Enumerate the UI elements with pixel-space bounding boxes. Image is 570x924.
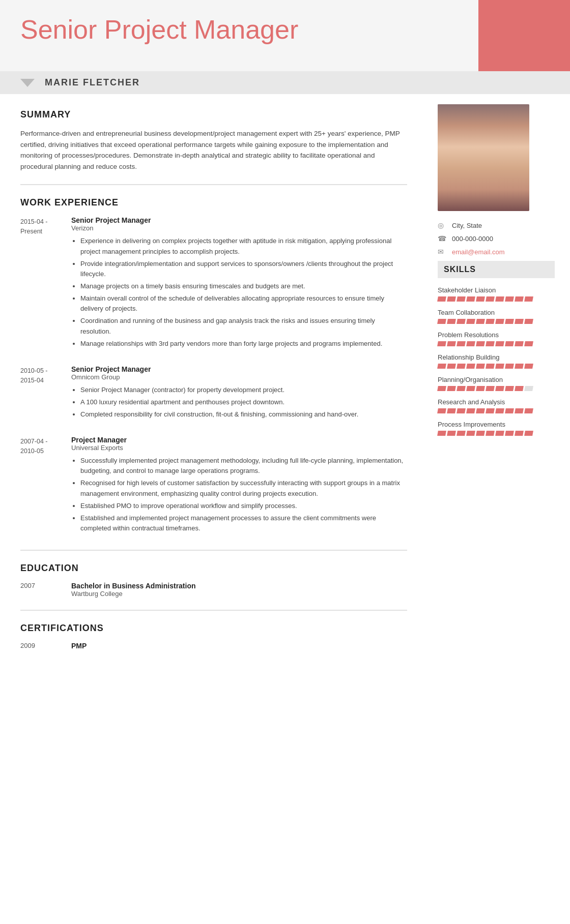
summary-text: Performance-driven and entrepreneurial b… [20, 128, 407, 172]
skill-block [486, 296, 495, 302]
skill-block [524, 431, 533, 436]
skill-block [437, 364, 446, 369]
education-title: EDUCATION [20, 563, 407, 574]
skill-block [515, 296, 524, 302]
work-item-3: 2007-04 - 2010-05 Project Manager Univer… [20, 436, 407, 535]
work-item-1: 2015-04 - Present Senior Project Manager… [20, 216, 407, 350]
skill-block [505, 296, 514, 302]
skill-block [447, 341, 456, 346]
bullet: Successfully implemented project managem… [80, 456, 407, 476]
work-bullets-2: Senior Project Manager (contractor) for … [71, 385, 407, 420]
skill-block [515, 386, 524, 391]
skill-block [495, 386, 504, 391]
skill-block [447, 319, 456, 324]
skill-block [447, 364, 456, 369]
skill-block [486, 319, 495, 324]
skill-block [495, 364, 504, 369]
skill-block [466, 296, 475, 302]
edu-degree-1: Bachelor in Business Administration [71, 582, 196, 590]
skill-block [437, 341, 446, 346]
skill-block [515, 341, 524, 346]
work-company-2: Omnicom Group [71, 373, 407, 381]
email-link[interactable]: email@email.com [452, 248, 505, 256]
skill-bar [438, 386, 555, 391]
skill-block [515, 431, 524, 436]
contact-email: ✉ email@email.com [438, 248, 555, 256]
skill-block [447, 431, 456, 436]
divider-1 [20, 184, 407, 185]
skill-block [457, 431, 466, 436]
skill-bar [438, 364, 555, 369]
certifications-section: CERTIFICATIONS 2009 PMP [20, 623, 407, 650]
divider-3 [20, 610, 407, 611]
skill-block [495, 319, 504, 324]
skill-block [466, 341, 475, 346]
work-experience-title: WORK EXPERIENCE [20, 197, 407, 208]
skill-block [466, 364, 475, 369]
header: Senior Project Manager [0, 0, 570, 71]
skill-block [457, 386, 466, 391]
email-icon: ✉ [438, 248, 448, 256]
bullet: Manage relationships with 3rd party vend… [80, 339, 407, 349]
skill-block [524, 319, 533, 324]
skill-block [515, 364, 524, 369]
skill-item-3: Relationship Building [438, 353, 555, 369]
cert-name-1: PMP [71, 642, 87, 650]
location-text: City, State [452, 222, 482, 229]
bullet: Recognised for high levels of customer s… [80, 478, 407, 498]
work-date-2: 2010-05 - 2015-04 [20, 365, 71, 422]
work-bullets-1: Experience in delivering on complex proj… [71, 236, 407, 348]
skill-block [524, 341, 533, 346]
skill-block [466, 319, 475, 324]
left-column: SUMMARY Performance-driven and entrepren… [0, 94, 428, 675]
skill-block [476, 408, 485, 413]
cert-year-1: 2009 [20, 642, 71, 650]
skill-block [476, 296, 485, 302]
skill-block [457, 341, 466, 346]
skill-block [495, 341, 504, 346]
skill-name: Problem Resolutions [438, 331, 555, 339]
work-title-3: Project Manager [71, 436, 407, 444]
skill-block [524, 408, 533, 413]
work-item-2: 2010-05 - 2015-04 Senior Project Manager… [20, 365, 407, 422]
skill-bar [438, 319, 555, 324]
skill-block [476, 364, 485, 369]
cert-item-1: 2009 PMP [20, 642, 407, 650]
skill-bar [438, 408, 555, 413]
skill-block [505, 386, 514, 391]
skill-block [476, 386, 485, 391]
skill-block [437, 408, 446, 413]
skill-item-4: Planning/Organisation [438, 376, 555, 391]
bullet: A 100 luxury residential apartment and p… [80, 397, 407, 407]
skill-block [505, 319, 514, 324]
skill-block [457, 296, 466, 302]
skill-block [476, 431, 485, 436]
education-section: EDUCATION 2007 Bachelor in Business Admi… [20, 563, 407, 598]
skill-block [437, 431, 446, 436]
bullet: Experience in delivering on complex proj… [80, 236, 407, 256]
skill-block [486, 364, 495, 369]
skill-block [486, 341, 495, 346]
skill-block [505, 408, 514, 413]
skill-block [437, 386, 446, 391]
work-date-3: 2007-04 - 2010-05 [20, 436, 71, 535]
skill-block [457, 408, 466, 413]
skill-block [486, 408, 495, 413]
skill-block [495, 408, 504, 413]
profile-photo [438, 104, 529, 211]
phone-text: 000-000-0000 [452, 235, 493, 243]
skill-block [466, 386, 475, 391]
skill-block [466, 408, 475, 413]
skill-item-2: Problem Resolutions [438, 331, 555, 346]
contact-location: ◎ City, State [438, 221, 555, 229]
skills-container: Stakeholder LiaisonTeam CollaborationPro… [438, 286, 555, 436]
bullet: Senior Project Manager (contractor) for … [80, 385, 407, 395]
skill-bar [438, 431, 555, 436]
skills-section: SKILLS Stakeholder LiaisonTeam Collabora… [438, 261, 555, 436]
work-experience-section: WORK EXPERIENCE 2015-04 - Present Senior… [20, 197, 407, 535]
bullet: Provide integration/implementation and s… [80, 259, 407, 279]
job-title: Senior Project Manager [20, 15, 550, 44]
skill-block [447, 386, 456, 391]
bullet: Established and implemented project mana… [80, 513, 407, 533]
work-content-2: Senior Project Manager Omnicom Group Sen… [71, 365, 407, 422]
